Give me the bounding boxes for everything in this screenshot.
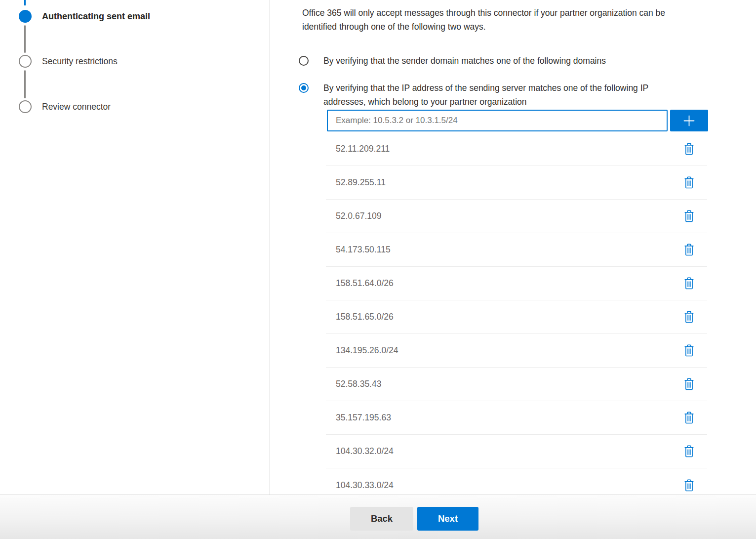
ip-address-value: 52.0.67.109 (336, 211, 381, 221)
connector-wizard-page: Authenticating sent email Security restr… (0, 0, 756, 539)
ip-address-value: 35.157.195.63 (336, 413, 391, 423)
delete-ip-button[interactable] (683, 377, 695, 391)
delete-ip-button[interactable] (683, 343, 695, 358)
stepper-connector-previous (24, 0, 26, 5)
delete-ip-button[interactable] (683, 142, 695, 156)
delete-ip-button[interactable] (683, 310, 695, 324)
ip-list-item: 134.195.26.0/24 (326, 334, 707, 368)
ip-list-item: 52.58.35.43 (326, 368, 707, 401)
radio-option-ip-address[interactable]: By verifying that the IP address of the … (299, 81, 756, 109)
ip-list-item: 158.51.65.0/26 (326, 300, 707, 334)
step-circle-icon (19, 100, 32, 113)
ip-address-value: 158.51.64.0/26 (336, 278, 394, 289)
delete-ip-button[interactable] (683, 411, 695, 425)
intro-text: Office 365 will only accept messages thr… (302, 6, 756, 34)
step-label: Review connector (42, 102, 111, 112)
ip-address-value: 104.30.32.0/24 (336, 446, 394, 456)
ip-address-value: 52.58.35.43 (336, 379, 381, 389)
plus-icon (682, 114, 696, 127)
step-circle-icon (19, 10, 32, 23)
ip-list-item: 54.173.50.115 (326, 233, 707, 267)
trash-icon (684, 176, 694, 189)
delete-ip-button[interactable] (683, 478, 695, 493)
step-label: Security restrictions (42, 56, 118, 67)
trash-icon (684, 412, 694, 424)
delete-ip-button[interactable] (683, 444, 695, 458)
trash-icon (684, 445, 694, 457)
trash-icon (684, 479, 694, 492)
radio-option-label: By verifying that the sender domain matc… (323, 54, 606, 68)
radio-unselected-icon[interactable] (299, 56, 309, 66)
delete-ip-button[interactable] (683, 209, 695, 223)
ip-address-value: 52.11.209.211 (336, 144, 390, 154)
ip-list-item: 35.157.195.63 (326, 401, 707, 435)
ip-list-item: 104.30.32.0/24 (326, 435, 707, 468)
radio-option-label: By verifying that the IP address of the … (323, 81, 648, 109)
trash-icon (684, 378, 694, 390)
delete-ip-button[interactable] (683, 243, 695, 257)
delete-ip-button[interactable] (683, 276, 695, 290)
stepper-connector (24, 25, 26, 53)
trash-icon (684, 143, 694, 155)
step-label: Authenticating sent email (42, 11, 150, 22)
ip-list-item: 52.89.255.11 (326, 166, 707, 200)
radio-option-sender-domain[interactable]: By verifying that the sender domain matc… (299, 54, 756, 68)
step-circle-icon (19, 55, 32, 68)
ip-list-item: 104.30.33.0/24 (326, 468, 707, 495)
ip-list-item: 52.11.209.211 (326, 132, 707, 166)
wizard-step-content: Office 365 will only accept messages thr… (299, 0, 756, 495)
stepper-step[interactable]: Security restrictions (19, 55, 118, 68)
ip-address-value: 54.173.50.115 (336, 245, 391, 255)
delete-ip-button[interactable] (683, 175, 695, 190)
back-button[interactable]: Back (350, 507, 413, 531)
wizard-footer: Back Next (0, 495, 756, 539)
trash-icon (684, 344, 694, 357)
add-ip-button[interactable] (670, 110, 708, 131)
trash-icon (684, 244, 694, 256)
ip-address-value: 52.89.255.11 (336, 177, 386, 188)
ip-address-list: 52.11.209.211 52.89.255.11 (326, 132, 707, 495)
radio-selected-icon[interactable] (299, 83, 309, 93)
trash-icon (684, 277, 694, 290)
next-button[interactable]: Next (417, 507, 478, 531)
stepper-step[interactable]: Authenticating sent email (19, 10, 150, 23)
wizard-stepper-panel: Authenticating sent email Security restr… (0, 0, 270, 495)
ip-list-item: 52.0.67.109 (326, 200, 707, 233)
ip-address-value: 134.195.26.0/24 (336, 345, 398, 356)
stepper-step[interactable]: Review connector (19, 100, 111, 113)
ip-address-value: 104.30.33.0/24 (336, 480, 394, 491)
ip-list-item: 158.51.64.0/26 (326, 267, 707, 300)
trash-icon (684, 311, 694, 323)
ip-address-input[interactable] (327, 110, 668, 131)
stepper-connector (24, 70, 26, 98)
ip-add-row (327, 110, 756, 131)
trash-icon (684, 210, 694, 222)
ip-address-value: 158.51.65.0/26 (336, 312, 394, 322)
